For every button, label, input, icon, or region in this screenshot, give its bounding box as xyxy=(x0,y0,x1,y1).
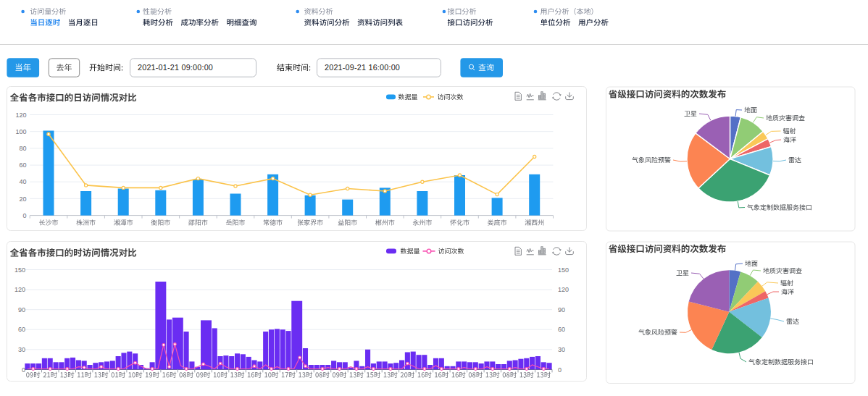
svg-text:0: 0 xyxy=(558,366,562,374)
svg-text:30: 30 xyxy=(558,346,565,353)
svg-text:2021-09-21 16:00:00: 2021-09-21 16:00:00 xyxy=(325,63,400,72)
svg-text:90: 90 xyxy=(18,306,25,313)
svg-text:60: 60 xyxy=(558,326,565,333)
svg-text:80: 80 xyxy=(19,145,26,152)
svg-text:0: 0 xyxy=(22,212,26,219)
svg-text:20: 20 xyxy=(19,195,26,203)
svg-text:120: 120 xyxy=(558,286,569,293)
svg-text:2021-01-21 09:00:00: 2021-01-21 09:00:00 xyxy=(138,63,213,72)
svg-text:120: 120 xyxy=(15,111,26,119)
svg-text:60: 60 xyxy=(19,161,26,169)
svg-text:100: 100 xyxy=(15,128,26,135)
svg-text:30: 30 xyxy=(18,346,25,353)
svg-text:120: 120 xyxy=(14,286,25,293)
svg-text:60: 60 xyxy=(18,326,25,333)
svg-text:90: 90 xyxy=(558,306,565,313)
svg-text:150: 150 xyxy=(558,266,569,274)
svg-text:150: 150 xyxy=(14,266,25,274)
svg-text:40: 40 xyxy=(19,178,26,185)
